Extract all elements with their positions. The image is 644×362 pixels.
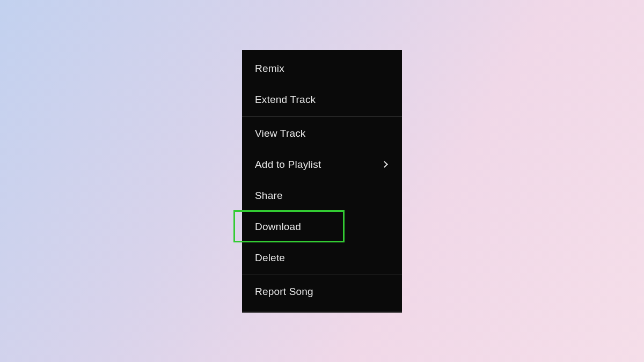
menu-divider — [242, 116, 402, 117]
menu-item-label: Share — [255, 190, 283, 202]
menu-item-label: Download — [255, 221, 301, 233]
menu-item-download[interactable]: Download — [242, 211, 402, 242]
menu-bottom-edge — [242, 312, 402, 313]
menu-item-label: View Track — [255, 128, 306, 139]
menu-item-extend-track[interactable]: Extend Track — [242, 84, 402, 115]
menu-item-remix[interactable]: Remix — [242, 53, 402, 84]
menu-divider — [242, 275, 402, 275]
chevron-right-icon — [381, 161, 388, 168]
menu-item-report-song[interactable]: Report Song — [242, 276, 402, 307]
menu-item-delete[interactable]: Delete — [242, 242, 402, 274]
menu-item-label: Delete — [255, 252, 285, 264]
context-menu: Remix Extend Track View Track Add to Pla… — [242, 50, 402, 313]
menu-item-add-to-playlist[interactable]: Add to Playlist — [242, 149, 402, 180]
menu-item-share[interactable]: Share — [242, 180, 402, 211]
menu-item-label: Remix — [255, 63, 284, 75]
menu-item-label: Report Song — [255, 286, 313, 298]
menu-item-view-track[interactable]: View Track — [242, 118, 402, 149]
menu-item-label: Extend Track — [255, 94, 316, 106]
menu-item-label: Add to Playlist — [255, 159, 321, 171]
